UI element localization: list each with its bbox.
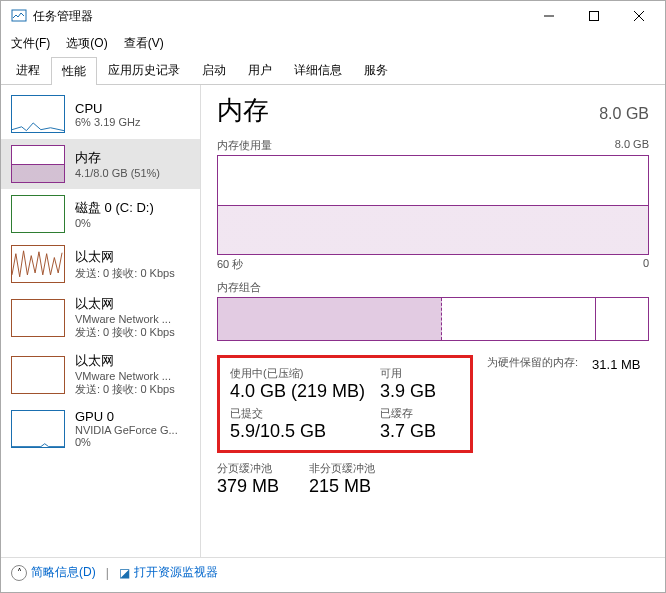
tab-bar: 进程 性能 应用历史记录 启动 用户 详细信息 服务 xyxy=(1,56,665,85)
menu-view[interactable]: 查看(V) xyxy=(120,33,168,54)
sidebar-item-ethernet-2[interactable]: 以太网VMware Network ...发送: 0 接收: 0 Kbps xyxy=(1,346,200,403)
window-title: 任务管理器 xyxy=(33,8,526,25)
committed-label: 已提交 xyxy=(230,406,380,421)
sidebar-item-memory[interactable]: 内存4.1/8.0 GB (51%) xyxy=(1,139,200,189)
paged-value: 379 MB xyxy=(217,476,279,497)
in-use-value: 4.0 GB (219 MB) xyxy=(230,381,380,402)
hw-reserved-value: 31.1 MB xyxy=(592,357,640,372)
chevron-up-icon[interactable]: ˄ xyxy=(11,565,27,581)
minimize-button[interactable] xyxy=(526,1,571,31)
sidebar-item-ethernet-0[interactable]: 以太网发送: 0 接收: 0 Kbps xyxy=(1,239,200,289)
committed-value: 5.9/10.5 GB xyxy=(230,421,380,442)
sidebar-item-label: 以太网 xyxy=(75,295,190,313)
ethernet-thumb-icon xyxy=(11,245,65,283)
open-resource-monitor-link[interactable]: 打开资源监视器 xyxy=(134,564,218,581)
chart-max: 8.0 GB xyxy=(615,138,649,153)
sidebar-item-cpu[interactable]: CPU6% 3.19 GHz xyxy=(1,89,200,139)
hw-reserved-label: 为硬件保留的内存: xyxy=(487,355,578,370)
memory-thumb-icon xyxy=(11,145,65,183)
available-label: 可用 xyxy=(380,366,460,381)
sidebar-item-gpu[interactable]: GPU 0NVIDIA GeForce G...0% xyxy=(1,403,200,454)
composition-label: 内存组合 xyxy=(217,280,649,295)
disk-thumb-icon xyxy=(11,195,65,233)
tab-app-history[interactable]: 应用历史记录 xyxy=(97,56,191,84)
tab-performance[interactable]: 性能 xyxy=(51,57,97,85)
sidebar-item-label: GPU 0 xyxy=(75,409,190,424)
svg-rect-2 xyxy=(589,12,598,21)
memory-total: 8.0 GB xyxy=(599,105,649,123)
monitor-icon: ◪ xyxy=(119,566,130,580)
tab-services[interactable]: 服务 xyxy=(353,56,399,84)
close-button[interactable] xyxy=(616,1,661,31)
cpu-thumb-icon xyxy=(11,95,65,133)
sidebar-item-ethernet-1[interactable]: 以太网VMware Network ...发送: 0 接收: 0 Kbps xyxy=(1,289,200,346)
memory-usage-chart xyxy=(217,155,649,255)
in-use-label: 使用中(已压缩) xyxy=(230,366,380,381)
memory-composition-chart xyxy=(217,297,649,341)
paged-label: 分页缓冲池 xyxy=(217,461,279,476)
cached-value: 3.7 GB xyxy=(380,421,460,442)
main-panel: 内存 8.0 GB 内存使用量 8.0 GB 60 秒 0 内存组合 使用中(已… xyxy=(201,85,665,557)
nonpaged-value: 215 MB xyxy=(309,476,375,497)
fewer-details-link[interactable]: 简略信息(D) xyxy=(31,564,96,581)
app-icon xyxy=(11,8,27,24)
sidebar-item-label: 内存 xyxy=(75,149,190,167)
sidebar-item-label: 磁盘 0 (C: D:) xyxy=(75,199,190,217)
tab-details[interactable]: 详细信息 xyxy=(283,56,353,84)
sidebar-item-disk[interactable]: 磁盘 0 (C: D:)0% xyxy=(1,189,200,239)
sidebar[interactable]: CPU6% 3.19 GHz 内存4.1/8.0 GB (51%) 磁盘 0 (… xyxy=(1,85,201,557)
tab-processes[interactable]: 进程 xyxy=(5,56,51,84)
ethernet-thumb-icon xyxy=(11,356,65,394)
menu-file[interactable]: 文件(F) xyxy=(7,33,54,54)
tab-startup[interactable]: 启动 xyxy=(191,56,237,84)
ethernet-thumb-icon xyxy=(11,299,65,337)
tab-users[interactable]: 用户 xyxy=(237,56,283,84)
footer: ˄ 简略信息(D) | ◪ 打开资源监视器 xyxy=(1,557,665,587)
maximize-button[interactable] xyxy=(571,1,616,31)
menubar: 文件(F) 选项(O) 查看(V) xyxy=(1,31,665,56)
stats-highlight-box: 使用中(已压缩)4.0 GB (219 MB) 可用3.9 GB 已提交5.9/… xyxy=(217,355,473,453)
chart-title: 内存使用量 xyxy=(217,138,272,153)
sidebar-item-label: 以太网 xyxy=(75,352,190,370)
titlebar: 任务管理器 xyxy=(1,1,665,31)
chart-x-left: 60 秒 xyxy=(217,257,243,272)
cached-label: 已缓存 xyxy=(380,406,460,421)
gpu-thumb-icon xyxy=(11,410,65,448)
chart-x-right: 0 xyxy=(643,257,649,272)
sidebar-item-label: CPU xyxy=(75,101,190,116)
sidebar-item-label: 以太网 xyxy=(75,248,190,266)
nonpaged-label: 非分页缓冲池 xyxy=(309,461,375,476)
available-value: 3.9 GB xyxy=(380,381,460,402)
page-title: 内存 xyxy=(217,93,269,128)
menu-options[interactable]: 选项(O) xyxy=(62,33,111,54)
